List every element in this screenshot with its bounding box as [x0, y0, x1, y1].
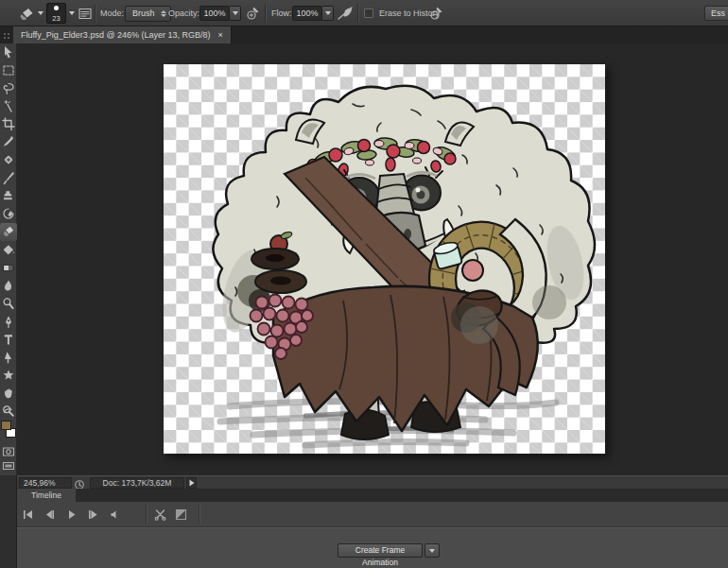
foreground-color-swatch[interactable] [1, 421, 11, 430]
doc-size-field[interactable]: Doc: 173,7K/3,62M [90, 477, 184, 489]
opacity-field[interactable]: 100% [199, 0, 241, 26]
screen-mode-icon[interactable] [0, 460, 17, 472]
opacity-dropdown-icon[interactable] [230, 6, 241, 21]
brush-pressure-flow-icon[interactable] [428, 0, 443, 26]
tablet-pressure-opacity-icon[interactable] [245, 0, 260, 26]
timeline-content: Create Frame Animation [17, 527, 728, 568]
mute-audio-button[interactable] [108, 508, 122, 522]
hand-tool[interactable] [0, 385, 17, 403]
previous-frame-button[interactable] [43, 508, 57, 522]
erase-to-history-checkbox[interactable] [364, 0, 373, 26]
custom-shape-tool[interactable] [0, 367, 17, 385]
move-tool[interactable] [0, 43, 17, 61]
flow-label: Flow: [271, 0, 292, 26]
history-brush-tool[interactable] [0, 205, 17, 223]
canvas[interactable] [164, 64, 605, 454]
eraser-tool-icon[interactable] [18, 0, 35, 26]
brush-tip-dot [54, 6, 59, 10]
brush-preset-arrow-icon[interactable] [69, 0, 75, 26]
mode-value: Brush [132, 9, 155, 18]
mode-dropdown[interactable]: Brush [125, 0, 171, 26]
healing-brush-tool[interactable] [0, 151, 17, 169]
toggle-brush-panel-icon[interactable] [78, 0, 93, 26]
play-button[interactable] [64, 508, 78, 522]
tool-preset-arrow-icon[interactable] [38, 0, 43, 26]
timeline-tab-row: Timeline [17, 489, 728, 502]
separator [357, 4, 358, 23]
crop-tool[interactable] [0, 115, 17, 133]
tools-panel [0, 43, 17, 475]
separator [265, 4, 266, 23]
type-tool[interactable] [0, 331, 17, 349]
brush-tool[interactable] [0, 169, 17, 187]
document-tab-title: Fluffy_Pig_Elder3.psd @ 246% (Layer 13, … [21, 30, 211, 40]
canvas-artwork [164, 64, 605, 454]
separator [146, 505, 147, 525]
timeline-toolbar [17, 502, 728, 527]
blur-tool[interactable] [0, 277, 17, 295]
transport-controls [21, 508, 122, 522]
next-frame-button[interactable] [86, 508, 100, 522]
eyedropper-tool[interactable] [0, 133, 17, 151]
first-frame-button[interactable] [21, 508, 35, 522]
create-frame-animation-button[interactable]: Create Frame Animation [338, 543, 423, 558]
airbrush-icon[interactable] [337, 0, 354, 26]
path-selection-tool[interactable] [0, 349, 17, 367]
flow-dropdown-icon[interactable] [322, 6, 334, 21]
workspace-button[interactable]: Ess [704, 0, 728, 26]
split-clip-button[interactable] [153, 508, 167, 522]
brush-size-value: 23 [52, 15, 60, 22]
color-swatches [1, 421, 16, 441]
swap-colors-icon[interactable] [0, 406, 17, 416]
dodge-tool[interactable] [0, 295, 17, 313]
create-frame-animation-dropdown-icon[interactable] [425, 543, 440, 558]
separator [95, 4, 95, 23]
pen-tool[interactable] [0, 313, 17, 331]
clone-stamp-tool[interactable] [0, 187, 17, 205]
close-tab-icon[interactable]: × [218, 30, 223, 40]
separator [199, 505, 199, 525]
mode-label: Mode: [100, 0, 124, 26]
document-tab[interactable]: Fluffy_Pig_Elder3.psd @ 246% (Layer 13, … [13, 26, 232, 43]
left-edge-strip [0, 475, 17, 568]
status-bar: 245,96% Doc: 173,7K/3,62M [17, 475, 728, 489]
flow-field[interactable]: 100% [292, 0, 334, 26]
status-flyout-arrow-icon[interactable] [186, 477, 197, 489]
pasteboard[interactable] [17, 43, 728, 475]
options-bar: 23 Mode: Brush Opacity: 100% Flow: 100% … [0, 0, 728, 26]
eraser-tool[interactable] [0, 223, 17, 241]
transition-button[interactable] [174, 508, 188, 522]
magic-wand-tool[interactable] [0, 97, 17, 115]
opacity-label: Opacity: [168, 0, 199, 26]
paint-bucket-tool[interactable] [0, 241, 17, 259]
timeline-tab[interactable]: Timeline [17, 489, 76, 502]
gradient-tool[interactable] [0, 259, 17, 277]
marquee-tool[interactable] [0, 61, 17, 79]
photoshop-window: 23 Mode: Brush Opacity: 100% Flow: 100% … [0, 0, 728, 568]
lasso-tool[interactable] [0, 79, 17, 97]
quick-mask-icon[interactable] [0, 446, 17, 457]
tab-grip-dots-icon [3, 32, 11, 39]
zoom-level-field[interactable]: 245,96% [19, 477, 72, 489]
updown-arrows-icon [161, 10, 166, 17]
document-tab-bar: Fluffy_Pig_Elder3.psd @ 246% (Layer 13, … [0, 26, 728, 43]
brush-preset-picker[interactable]: 23 [46, 0, 66, 26]
